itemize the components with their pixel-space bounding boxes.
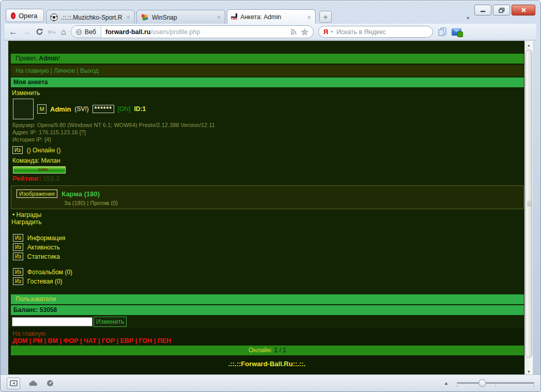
vertical-scrollbar[interactable]: ▲ ▼: [524, 41, 533, 375]
user-nav-bar: На главную | Личное | Выход: [11, 65, 524, 76]
scrollbar-thumb[interactable]: [525, 50, 532, 358]
password-wand-icon[interactable]: [48, 29, 56, 35]
search-field[interactable]: Я ▾: [318, 26, 433, 38]
karma-box: Изображение Карма (180) За (180) | Проти…: [11, 185, 524, 209]
opera-turbo-icon[interactable]: [47, 380, 54, 387]
home-button[interactable]: ⌂: [61, 28, 66, 36]
url-badge-button[interactable]: Веб: [71, 26, 101, 38]
bullet-icon: •: [12, 211, 14, 218]
new-tab-button[interactable]: +: [319, 11, 332, 23]
url-text[interactable]: forward-ball.ru/users/profile.php: [101, 28, 290, 36]
zoom-controls: ▲: [444, 379, 534, 387]
statistics-link[interactable]: Статистика: [27, 253, 60, 260]
profile-status: (SV!): [74, 105, 88, 113]
forward-button[interactable]: →: [22, 27, 31, 36]
information-link[interactable]: Информация: [27, 234, 65, 242]
karma-against-link[interactable]: Против (0): [90, 200, 117, 206]
nav-separator: |: [76, 67, 78, 74]
bookmark-star-icon[interactable]: [301, 28, 308, 36]
give-award-link[interactable]: Наградить: [11, 218, 42, 226]
menu-item-activity[interactable]: Из Активность: [13, 243, 60, 251]
menu-item-photoalbum[interactable]: Из Фотоальбом (0): [13, 268, 72, 276]
nav-link-personal[interactable]: Личное: [54, 67, 75, 74]
link-gon[interactable]: ГОН: [139, 337, 152, 344]
tab-anketa-admin[interactable]: CMS Анкета: Admin ×: [227, 9, 316, 24]
footer-home-link[interactable]: На главную: [12, 330, 45, 337]
scroll-up-icon[interactable]: ▲: [525, 41, 533, 49]
rss-icon[interactable]: [290, 28, 297, 35]
footer-links-separator: |: [135, 337, 137, 344]
broken-image-icon: Из: [13, 268, 23, 276]
zoom-slider-handle[interactable]: [478, 379, 486, 387]
balance-input[interactable]: [12, 317, 92, 326]
users-header-bar: Пользователи: [11, 294, 524, 304]
link-pen[interactable]: ПЕН: [158, 337, 171, 344]
zoom-tick: [457, 385, 457, 387]
close-tab-icon[interactable]: ×: [126, 14, 131, 21]
address-field[interactable]: Веб forward-ball.ru/users/profile.php: [71, 25, 314, 38]
link-chat[interactable]: ЧАТ: [84, 337, 97, 344]
activity-link[interactable]: Активность: [27, 244, 60, 251]
minimize-button[interactable]: [474, 5, 491, 15]
opera-link-cloud-icon[interactable]: [28, 380, 38, 386]
awards-link[interactable]: Награды: [17, 211, 42, 218]
balance-bar: Баланс: 53058: [11, 305, 524, 315]
give-award-row: Наградить: [11, 218, 523, 226]
yandex-icon[interactable]: Я: [323, 28, 328, 36]
ip-history-line: История IP: [4]: [12, 136, 215, 143]
mail-icon[interactable]: [452, 28, 461, 36]
panel-toggle-button[interactable]: [7, 378, 20, 389]
zoom-slider-track[interactable]: [457, 382, 534, 384]
close-tab-icon[interactable]: ×: [306, 14, 312, 21]
profile-username: Admin: [50, 105, 71, 113]
tab-muzichko-sport[interactable]: .::.::.Muzichko-Sport.Ru... ×: [46, 10, 135, 24]
status-bar: ▲: [1, 374, 540, 391]
search-input[interactable]: [335, 28, 428, 36]
online-badge: [ON]: [118, 105, 131, 113]
awards-row: • Награды: [12, 211, 523, 218]
gender-badge: М: [37, 104, 47, 114]
profile-id: ID:1: [134, 105, 146, 113]
ip-address-line: Адрес IP: 176.115.123.16 [?]: [12, 129, 215, 136]
close-tab-icon[interactable]: ×: [216, 14, 221, 21]
balance-form: Изменить: [12, 317, 127, 327]
nav-link-logout[interactable]: Выход: [80, 67, 99, 74]
home-link-row: На главную: [12, 330, 523, 337]
zoom-menu-arrow-icon[interactable]: ▲: [444, 381, 449, 386]
karma-for-link[interactable]: За (180): [64, 200, 86, 206]
menu-item-information[interactable]: Из Информация: [13, 234, 65, 242]
rating-label: Рейтинг:: [12, 175, 41, 182]
link-rm[interactable]: РМ: [33, 337, 43, 344]
menu-item-guestbook[interactable]: Из Гостевая (0): [13, 277, 63, 285]
edit-profile-link[interactable]: Изменить: [12, 89, 40, 97]
greeting-prefix: Привет,: [16, 55, 39, 62]
url-field-icons: [290, 28, 313, 36]
tab-menu-chevron-icon[interactable]: ▾: [467, 15, 469, 21]
nav-link-home[interactable]: На главную: [16, 67, 49, 74]
mail-envelope-glyph: [452, 28, 461, 36]
photoalbum-link[interactable]: Фотоальбом (0): [27, 269, 72, 276]
opera-menu-button[interactable]: Opera: [6, 9, 44, 22]
winsnap-icon: [141, 13, 149, 21]
zoom-slider[interactable]: [457, 379, 534, 387]
link-dom[interactable]: ДОМ: [12, 337, 27, 344]
karma-votes-row: За (180) | Против (0): [64, 200, 520, 206]
url-badge-label: Веб: [85, 28, 96, 36]
close-button[interactable]: [512, 5, 535, 15]
restore-button[interactable]: [493, 5, 510, 15]
profile-row: М Admin (SV!) ****** [ON] ID:1: [13, 99, 146, 119]
balance-change-button[interactable]: Изменить: [94, 317, 127, 327]
link-evr[interactable]: ЕВР: [120, 337, 133, 344]
link-for[interactable]: ФОР: [64, 337, 79, 344]
reload-button[interactable]: [36, 28, 43, 36]
fast-forward-pages-icon[interactable]: [438, 27, 447, 36]
link-gor[interactable]: ГОР: [102, 337, 115, 344]
guestbook-link[interactable]: Гостевая (0): [27, 278, 63, 285]
search-engine-dropdown-icon[interactable]: ▾: [331, 29, 333, 34]
back-button[interactable]: ←: [9, 27, 18, 36]
online-count-label: Онлайн:: [249, 347, 272, 354]
karma-votes-separator: |: [87, 200, 89, 206]
tab-winsnap[interactable]: WinSnap ×: [136, 10, 225, 24]
menu-item-statistics[interactable]: Из Статистика: [13, 253, 60, 260]
link-vm[interactable]: ВМ: [48, 337, 58, 344]
